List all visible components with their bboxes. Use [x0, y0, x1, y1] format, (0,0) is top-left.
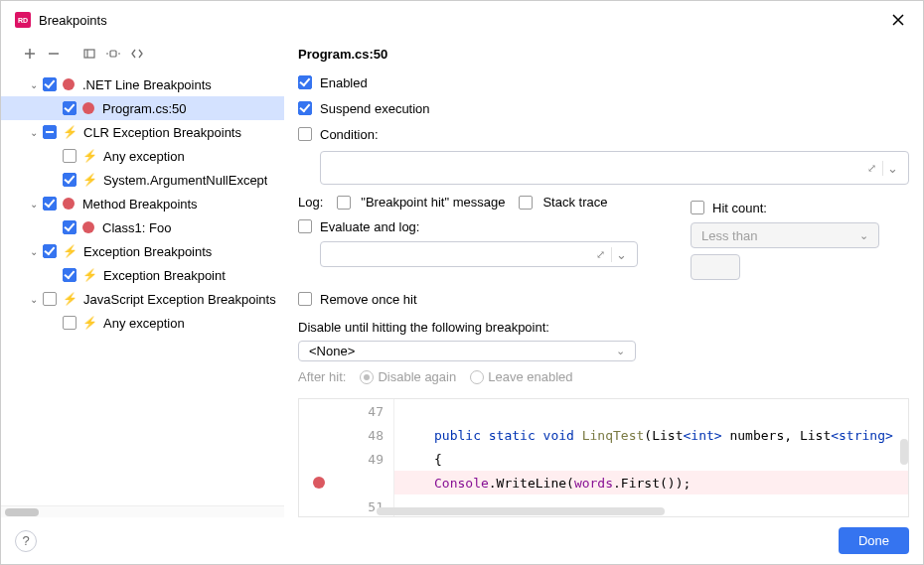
- group-button[interactable]: [102, 43, 124, 65]
- tree-item-exception-bp[interactable]: ⚡ Exception Breakpoint: [1, 263, 284, 287]
- disable-again-label: Disable again: [378, 369, 456, 384]
- expand-icon[interactable]: ⤢: [596, 248, 605, 261]
- tree-group-js-exception[interactable]: ⌄ ⚡ JavaScript Exception Breakpoints: [1, 287, 284, 311]
- checkbox[interactable]: [63, 220, 77, 234]
- enabled-checkbox[interactable]: [298, 75, 312, 89]
- condition-input[interactable]: ⤢ ⌄: [320, 151, 909, 185]
- checkbox[interactable]: [43, 197, 57, 211]
- chevron-down-icon: ⌄: [27, 199, 41, 210]
- tree-hscrollbar[interactable]: [1, 505, 284, 517]
- exception-icon: ⚡: [82, 268, 97, 282]
- checkbox[interactable]: [43, 77, 57, 91]
- svg-rect-0: [84, 50, 94, 58]
- disable-again-radio[interactable]: [360, 370, 374, 384]
- titlebar: Breakpoints: [1, 1, 923, 37]
- tree-item-argumentnull[interactable]: ⚡ System.ArgumentNullExcept: [1, 168, 284, 192]
- stack-trace-checkbox[interactable]: [519, 196, 533, 210]
- checkbox[interactable]: [63, 149, 77, 163]
- condition-checkbox[interactable]: [298, 127, 312, 141]
- left-panel: ⌄ .NET Line Breakpoints Program.cs:50 ⌄ …: [1, 37, 284, 517]
- disable-until-select[interactable]: <None> ⌄: [298, 341, 636, 361]
- tree-label: Method Breakpoints: [82, 197, 198, 212]
- exception-icon: ⚡: [82, 316, 97, 330]
- expand-icon[interactable]: ⤢: [867, 162, 876, 175]
- chevron-down-icon: ⌄: [616, 345, 625, 357]
- code-hscrollbar[interactable]: [299, 506, 908, 516]
- close-icon[interactable]: [887, 11, 909, 29]
- hit-count-checkbox[interactable]: [691, 201, 704, 214]
- chevron-down-icon[interactable]: ⌄: [882, 161, 902, 176]
- chevron-down-icon: ⌄: [27, 127, 41, 138]
- view-button[interactable]: [78, 43, 100, 65]
- done-button[interactable]: Done: [839, 527, 909, 554]
- code-lines[interactable]: public static void LinqTest(List<int> nu…: [394, 399, 908, 516]
- tree-toolbar: [1, 37, 284, 71]
- tree-label: JavaScript Exception Breakpoints: [83, 292, 276, 307]
- exception-icon: ⚡: [63, 244, 77, 258]
- tree-label: Program.cs:50: [102, 101, 187, 116]
- tree-label: Any exception: [103, 316, 185, 331]
- tree-item-any-exception-js[interactable]: ⚡ Any exception: [1, 311, 284, 335]
- eval-log-checkbox[interactable]: [298, 219, 312, 233]
- breakpoint-tree[interactable]: ⌄ .NET Line Breakpoints Program.cs:50 ⌄ …: [1, 71, 284, 505]
- gutter-line: 48: [299, 423, 393, 447]
- checkbox[interactable]: [63, 101, 77, 115]
- code-button[interactable]: [126, 43, 148, 65]
- tree-item-class1-foo[interactable]: Class1: Foo: [1, 215, 284, 239]
- gutter-line: [299, 471, 393, 494]
- tree-group-method[interactable]: ⌄ Method Breakpoints: [1, 192, 284, 215]
- eval-log-input[interactable]: ⤢ ⌄: [320, 241, 638, 267]
- hit-count-mode-value: Less than: [701, 228, 757, 243]
- after-hit-row: After hit: Disable again Leave enabled: [298, 369, 909, 384]
- tree-group-clr-exception[interactable]: ⌄ ⚡ CLR Exception Breakpoints: [1, 120, 284, 144]
- breakpoint-dot-icon: [63, 198, 75, 210]
- chevron-down-icon: ⌄: [859, 229, 868, 242]
- exception-icon: ⚡: [63, 125, 77, 139]
- breakpoint-dot-icon: [82, 102, 94, 114]
- tree-group-net-line[interactable]: ⌄ .NET Line Breakpoints: [1, 72, 284, 96]
- leave-enabled-radio[interactable]: [470, 370, 484, 384]
- tree-label: CLR Exception Breakpoints: [83, 125, 241, 140]
- checkbox[interactable]: [43, 244, 57, 258]
- after-hit-label: After hit:: [298, 369, 346, 384]
- chevron-down-icon: ⌄: [27, 246, 41, 257]
- log-hit-label: "Breakpoint hit" message: [361, 195, 505, 210]
- breakpoints-dialog: Breakpoints ⌄ .NET Line Breakpoint: [0, 0, 924, 565]
- suspend-checkbox[interactable]: [298, 101, 312, 115]
- tree-label: Class1: Foo: [102, 220, 171, 235]
- code-vscrollbar[interactable]: [900, 439, 908, 465]
- suspend-label: Suspend execution: [320, 101, 430, 116]
- suspend-row: Suspend execution: [298, 97, 909, 119]
- gutter-line: 49: [299, 447, 393, 471]
- gutter: 47 48 49 51: [299, 399, 394, 516]
- remove-once-checkbox[interactable]: [298, 292, 312, 306]
- footer: ? Done: [1, 517, 923, 564]
- tree-group-exception[interactable]: ⌄ ⚡ Exception Breakpoints: [1, 239, 284, 263]
- add-button[interactable]: [19, 43, 41, 65]
- remove-button[interactable]: [43, 43, 65, 65]
- hit-count-value-input[interactable]: [691, 254, 740, 280]
- tree-label: Exception Breakpoints: [83, 244, 212, 259]
- checkbox[interactable]: [63, 268, 77, 282]
- log-label: Log:: [298, 195, 323, 210]
- hit-count-mode-select[interactable]: Less than ⌄: [691, 222, 879, 248]
- leave-enabled-label: Leave enabled: [488, 369, 572, 384]
- tree-label: Any exception: [103, 149, 185, 164]
- code-preview: 47 48 49 51 public static void LinqTest(…: [298, 398, 909, 517]
- condition-label: Condition:: [320, 127, 379, 142]
- checkbox[interactable]: [43, 125, 57, 139]
- tree-item-any-exception-clr[interactable]: ⚡ Any exception: [1, 144, 284, 168]
- checkbox[interactable]: [63, 173, 77, 187]
- tree-item-program-cs-50[interactable]: Program.cs:50: [1, 96, 284, 120]
- help-button[interactable]: ?: [15, 530, 37, 552]
- eval-log-label: Evaluate and log:: [320, 219, 419, 234]
- checkbox[interactable]: [43, 292, 57, 306]
- checkbox[interactable]: [63, 316, 77, 330]
- exception-icon: ⚡: [82, 149, 97, 163]
- enabled-label: Enabled: [320, 75, 368, 90]
- chevron-down-icon[interactable]: ⌄: [611, 247, 631, 262]
- log-hit-checkbox[interactable]: [337, 196, 351, 210]
- svg-rect-1: [110, 51, 116, 57]
- stack-trace-label: Stack trace: [542, 195, 607, 210]
- disable-until-value: <None>: [309, 344, 355, 358]
